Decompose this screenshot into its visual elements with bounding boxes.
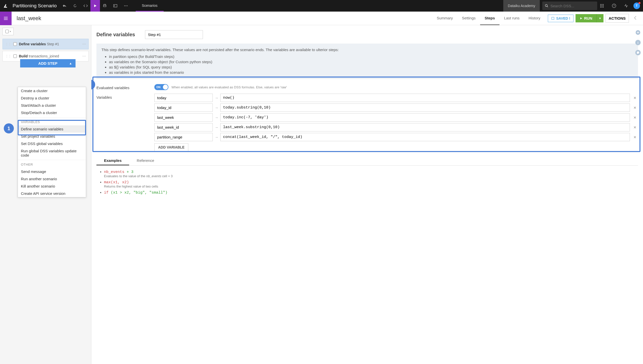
variable-name-input[interactable] — [154, 113, 213, 122]
rail-info-icon[interactable]: i — [635, 40, 641, 45]
search-input[interactable] — [550, 4, 595, 8]
saved-button[interactable]: SAVED ! — [548, 15, 574, 22]
step-checkbox[interactable] — [13, 54, 17, 58]
avatar[interactable]: T — [633, 3, 640, 9]
menu-item[interactable]: Run global DSS variables update code — [18, 147, 86, 159]
more-icon[interactable] — [121, 0, 131, 12]
menu-item[interactable]: Stop/Detach a cluster — [18, 109, 86, 116]
more-icon[interactable]: ⋯ — [82, 54, 86, 58]
variables-label: Variables — [96, 94, 154, 99]
code-icon[interactable] — [81, 0, 90, 12]
play-button[interactable] — [90, 0, 100, 12]
rail-add-icon[interactable] — [635, 30, 641, 35]
svg-point-6 — [545, 5, 547, 7]
share-icon[interactable] — [60, 0, 69, 12]
arrow-icon: → — [215, 106, 218, 110]
top-tab-scenarios[interactable]: Scenarios — [136, 0, 163, 12]
step-item[interactable]: ⋮⋮ Define variables Step #1 ⋯ — [3, 39, 89, 49]
variable-value-input[interactable] — [220, 133, 630, 141]
drag-handle-icon[interactable]: ⋮⋮ — [5, 42, 11, 46]
menu-item[interactable]: Set project variables — [18, 133, 86, 140]
menu-header: OTHER — [18, 161, 86, 168]
select-all-checkbox[interactable] — [3, 28, 14, 35]
variable-name-input[interactable] — [154, 123, 213, 131]
svg-point-3 — [124, 6, 125, 6]
sub-tab-settings[interactable]: Settings — [457, 12, 480, 25]
svg-rect-19 — [4, 18, 8, 19]
svg-text:?: ? — [613, 4, 615, 7]
examples-tab[interactable]: Reference — [129, 156, 162, 165]
info-bullet: as variables on the Scenario object (for… — [109, 59, 633, 64]
menu-item[interactable]: Run another scenario — [18, 175, 86, 183]
variable-row: → ✕ — [154, 94, 638, 102]
terminal-icon[interactable] — [111, 0, 120, 12]
apps-icon[interactable] — [597, 0, 607, 12]
svg-point-5 — [127, 6, 128, 6]
logo[interactable] — [0, 0, 12, 12]
page-title: Partitioning Scenario — [12, 3, 60, 9]
step-name-input[interactable] — [145, 30, 203, 39]
scenario-name: last_week — [12, 15, 432, 22]
arrow-icon: → — [215, 125, 218, 129]
variable-name-input[interactable] — [154, 103, 213, 112]
menu-button[interactable] — [0, 12, 12, 25]
menu-item[interactable]: Destroy a cluster — [18, 94, 86, 102]
remove-icon[interactable]: ✕ — [632, 96, 638, 100]
menu-header: VARIABLES — [18, 119, 86, 125]
callout-1: 1 — [4, 123, 14, 133]
example-item: nb_events + 3Evaluates to the value of t… — [104, 169, 638, 179]
activity-icon[interactable] — [621, 0, 631, 12]
back-icon[interactable] — [631, 15, 640, 21]
svg-rect-1 — [104, 4, 106, 5]
sub-tab-steps[interactable]: Steps — [480, 12, 499, 25]
remove-icon[interactable]: ✕ — [632, 106, 638, 110]
variable-name-input[interactable] — [154, 133, 213, 141]
menu-item[interactable]: Send message — [18, 168, 86, 175]
svg-rect-15 — [603, 7, 604, 8]
variable-row: → ✕ — [154, 113, 638, 122]
sub-tab-history[interactable]: History — [524, 12, 545, 25]
svg-rect-13 — [600, 7, 601, 8]
print-icon[interactable] — [100, 0, 110, 12]
svg-rect-7 — [600, 4, 601, 5]
sub-tab-summary[interactable]: Summary — [432, 12, 457, 25]
menu-item[interactable]: Create API service version — [18, 190, 86, 197]
variable-value-input[interactable] — [220, 123, 630, 131]
svg-rect-8 — [602, 4, 602, 5]
info-box: This step defines scenario-level variabl… — [96, 44, 638, 79]
run-button[interactable]: RUN — [576, 14, 596, 22]
more-icon[interactable]: ⋯ — [82, 42, 86, 46]
step-label: Build transactions_joined — [19, 54, 80, 58]
remove-icon[interactable]: ✕ — [632, 116, 638, 120]
help-icon[interactable]: ? — [609, 0, 619, 12]
academy-link[interactable]: Dataiku Academy — [503, 0, 540, 12]
cycle-icon[interactable] — [70, 0, 80, 12]
step-checkbox[interactable] — [13, 42, 17, 46]
menu-item[interactable]: Create a cluster — [18, 87, 86, 94]
sub-tab-last-runs[interactable]: Last runs — [499, 12, 524, 25]
svg-rect-0 — [103, 5, 106, 7]
example-item: if (x1 > x2, "big", "small") — [104, 189, 638, 196]
variable-name-input[interactable] — [154, 94, 213, 102]
step-label: Define variables Step #1 — [19, 42, 80, 46]
menu-item[interactable]: Set DSS global variables — [18, 140, 86, 147]
drag-handle-icon[interactable]: ⋮⋮ — [5, 54, 11, 58]
svg-rect-9 — [603, 4, 604, 5]
variable-value-input[interactable] — [220, 113, 630, 122]
examples-tab[interactable]: Examples — [96, 156, 129, 165]
add-step-button[interactable]: ADD STEP — [20, 59, 76, 67]
rail-chat-icon[interactable] — [635, 50, 641, 55]
search-box[interactable] — [542, 2, 597, 10]
variable-value-input[interactable] — [220, 103, 630, 112]
remove-icon[interactable]: ✕ — [632, 125, 638, 129]
menu-item[interactable]: Kill another scenario — [18, 183, 86, 190]
run-dropdown[interactable]: ▾ — [596, 14, 603, 22]
variable-value-input[interactable] — [220, 94, 630, 102]
menu-item[interactable]: Define scenario variables — [18, 125, 86, 133]
remove-icon[interactable]: ✕ — [632, 135, 638, 139]
toggle-evaluated[interactable]: ON — [154, 84, 168, 90]
menu-item[interactable]: Start/Attach a cluster — [18, 102, 86, 109]
actions-button[interactable]: ACTIONS — [605, 14, 629, 23]
add-variable-button[interactable]: ADD VARIABLE — [154, 143, 188, 151]
search-icon — [545, 4, 548, 8]
